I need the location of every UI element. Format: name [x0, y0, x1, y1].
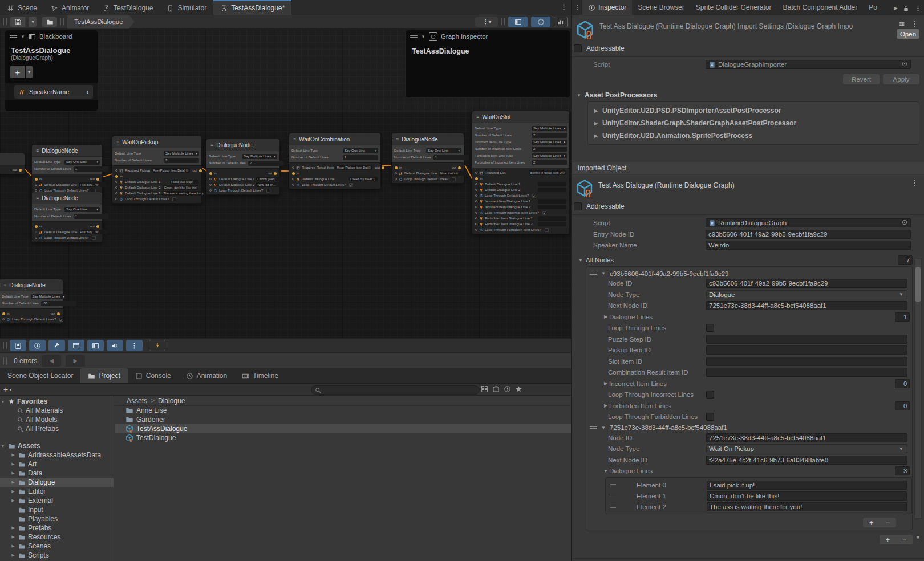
object-picker-icon[interactable]: [901, 60, 908, 68]
value-port[interactable]: [209, 184, 212, 186]
field-input[interactable]: The ass is waiting there for y: [162, 191, 204, 196]
element-field[interactable]: I said pick it up!: [707, 481, 907, 490]
node-title-bar[interactable]: ≡WaitOnSlot: [472, 111, 569, 123]
field-input[interactable]: [538, 199, 566, 204]
node-title-bar[interactable]: ≡DialogueNode: [0, 279, 63, 291]
value-port[interactable]: [395, 178, 397, 180]
dock-kebab-icon[interactable]: [572, 0, 582, 15]
node-type-dropdown[interactable]: Wait On Pickup▼: [706, 444, 907, 453]
star-icon[interactable]: [515, 385, 522, 393]
out-port[interactable]: [382, 166, 384, 169]
checkbox[interactable]: [92, 236, 96, 240]
inspector-tab-scene-browser[interactable]: Scene Browser: [632, 0, 690, 15]
drag-handle-icon[interactable]: [410, 35, 418, 38]
in-port[interactable]: [35, 178, 38, 181]
breadcrumb-testassdialogue[interactable]: TestAssDialogue: [67, 15, 135, 29]
postprocessor-item[interactable]: ▶UnityEditor.U2D.Animation.SpritePostPro…: [588, 129, 919, 142]
drag-handle-icon[interactable]: [610, 506, 616, 508]
graph-node-dialoguenode[interactable]: ≡DialogueNodeDefault Line TypeSay One Li…: [391, 133, 464, 184]
property-input[interactable]: 2: [532, 133, 567, 138]
tab-testassdialogue[interactable]: TestAssDialogue*: [213, 0, 291, 15]
tree-folder-scripts[interactable]: ▶Scripts: [0, 551, 114, 560]
value-port[interactable]: [475, 206, 477, 208]
out-port[interactable]: [96, 178, 99, 181]
collapse-arrow-icon[interactable]: ▼: [421, 34, 425, 39]
node-title-bar[interactable]: ≡DialogueNode: [206, 139, 279, 151]
tools-toggle-button[interactable]: [48, 340, 65, 351]
tab-timeline[interactable]: Timeline: [234, 368, 286, 383]
checkbox[interactable]: [266, 189, 270, 193]
out-port[interactable]: [57, 312, 60, 315]
wire[interactable]: [24, 168, 32, 177]
field-input[interactable]: [538, 188, 566, 192]
property-input[interactable]: 1: [343, 155, 378, 160]
value-port[interactable]: [292, 166, 294, 169]
node-title-bar[interactable]: ≡WaitOnCombination: [289, 133, 380, 145]
graph-inspector-toggle-button[interactable]: [531, 17, 550, 27]
scroll-down-icon[interactable]: ▼: [915, 535, 921, 540]
kebab-icon[interactable]: [914, 5, 922, 12]
graph-inspector-panel[interactable]: ▼Graph InspectorTestAssDialogue: [405, 30, 570, 98]
in-port[interactable]: [395, 166, 398, 169]
list-toggle-button[interactable]: [10, 340, 26, 351]
tab-testdialogue[interactable]: TestDialogue: [96, 0, 160, 15]
open-asset-button[interactable]: [42, 17, 57, 27]
presets-icon[interactable]: [898, 20, 906, 28]
wire[interactable]: [103, 174, 112, 177]
field-input[interactable]: 7251e73e-38d3-44ff-a8c5-bcf54088aaf1: [706, 433, 907, 442]
tree-folder-prefabs[interactable]: ▶Prefabs: [0, 523, 114, 532]
field-input[interactable]: Now, go on...: [256, 182, 285, 187]
blackboard-header[interactable]: ▼Blackboard: [5, 30, 98, 43]
postprocessor-item[interactable]: ▶UnityEditor.ShaderGraph.ShaderGraphAsse…: [588, 117, 919, 129]
in-port[interactable]: [209, 172, 212, 175]
checkbox[interactable]: [706, 324, 714, 332]
window-toggle-button[interactable]: [68, 340, 84, 351]
add-node-button[interactable]: +: [886, 536, 890, 544]
node-title-bar[interactable]: ≡DialogueNode: [392, 133, 464, 145]
property-dropdown[interactable]: Say Multiple Lines▾: [532, 153, 567, 158]
property-input[interactable]: 2: [532, 147, 567, 152]
save-caret-button[interactable]: ▾: [29, 17, 37, 27]
graph-canvas[interactable]: ≡StartNodeEntranceout≡DialogueNodeDefaul…: [0, 29, 571, 338]
in-port[interactable]: [2, 312, 5, 315]
apply-button[interactable]: Apply: [883, 74, 919, 84]
tree-folder-resources[interactable]: ▶Resources: [0, 532, 114, 542]
add-property-button[interactable]: +: [10, 66, 25, 78]
out-port[interactable]: [19, 169, 22, 172]
value-port[interactable]: [209, 189, 212, 192]
element-field[interactable]: Cmon, don't be like this!: [707, 491, 907, 501]
property-dropdown[interactable]: Say One Line▾: [343, 148, 378, 153]
drag-handle-icon[interactable]: [610, 484, 616, 486]
panel-toggle-button[interactable]: [87, 340, 104, 351]
addressable-checkbox[interactable]: [574, 44, 582, 52]
in-port[interactable]: [292, 172, 295, 175]
audio-toggle-button[interactable]: [107, 340, 123, 351]
inspector-tab-po[interactable]: Po: [863, 0, 877, 15]
value-port[interactable]: [475, 172, 477, 174]
node-title-bar[interactable]: ≡DialogueNode: [32, 145, 102, 156]
kebab-icon[interactable]: [910, 20, 918, 28]
remove-node-button[interactable]: −: [902, 536, 906, 544]
property-dropdown[interactable]: Say One Line▾: [426, 148, 461, 153]
package-icon[interactable]: [492, 385, 500, 393]
revert-button[interactable]: Revert: [843, 74, 880, 84]
node-title-bar[interactable]: ≡DialogueNode: [32, 192, 102, 204]
breadcrumb-root[interactable]: Assets: [127, 397, 147, 405]
property-input[interactable]: 1: [74, 166, 109, 172]
node-type-dropdown[interactable]: Dialogue▼: [706, 290, 907, 299]
field-input[interactable]: Nice, that's it: [439, 171, 467, 176]
object-field[interactable]: Axe (Pickup Item Data): [152, 168, 190, 173]
tab-scroll-right-icon[interactable]: ▶: [894, 6, 898, 11]
tree-folder-editor[interactable]: ▶Editor: [0, 487, 114, 496]
tab-console[interactable]: Console: [128, 368, 179, 383]
field-input[interactable]: [538, 182, 566, 186]
lightning-toggle-button[interactable]: [149, 340, 165, 351]
asset-testdialogue[interactable]: {}TestDialogue: [115, 433, 571, 442]
checkbox[interactable]: [706, 391, 714, 399]
object-field[interactable]: Bonfire (Pickup Item D: [529, 170, 566, 175]
value-port[interactable]: [35, 231, 37, 233]
node-title-bar[interactable]: ≡StartNode: [0, 153, 25, 165]
picker-icon[interactable]: [562, 171, 565, 174]
value-port[interactable]: [292, 184, 294, 186]
property-dropdown[interactable]: Say Multiple Lines▾: [532, 126, 567, 131]
